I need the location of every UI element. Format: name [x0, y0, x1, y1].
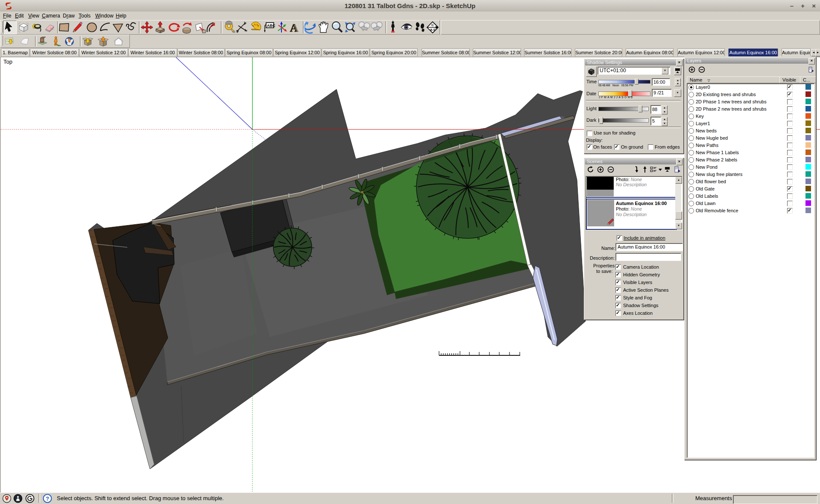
svg-text:C: C: [431, 23, 434, 27]
svg-text:A: A: [291, 22, 299, 34]
svg-text:?: ?: [46, 495, 49, 502]
svg-text:A-S: A-S: [430, 28, 435, 31]
svg-text:ABC: ABC: [267, 23, 275, 28]
